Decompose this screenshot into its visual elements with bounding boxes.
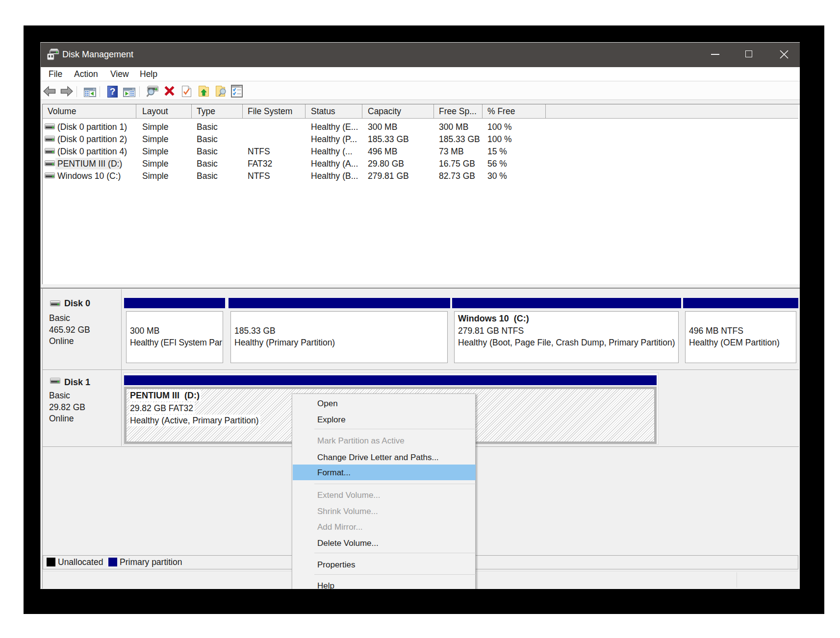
svg-text:?: ?	[110, 86, 116, 97]
